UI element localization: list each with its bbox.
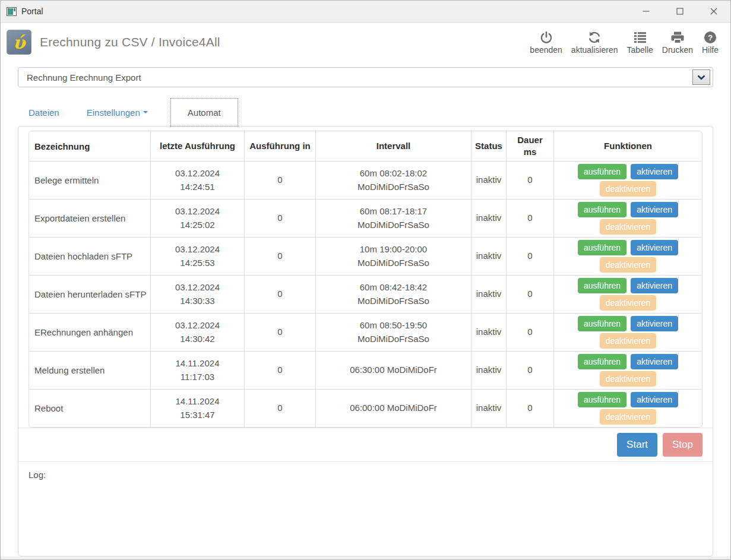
table-row: Exportdateien erstellen03.12.202414:25:0…: [29, 200, 702, 238]
close-icon: [710, 8, 717, 15]
maximize-icon: [676, 8, 683, 15]
column-header-status: Status: [471, 131, 507, 162]
ausfuehren-button[interactable]: ausführen: [578, 240, 626, 255]
app-window-icon: [7, 7, 17, 16]
minimize-button[interactable]: [629, 1, 663, 22]
ausfuehren-button[interactable]: ausführen: [578, 164, 626, 179]
cell-status: inaktiv: [471, 390, 507, 427]
cell-funktionen: ausführenaktivierendeaktivieren: [554, 276, 702, 314]
cell-ausfuehrung-in: 0: [245, 238, 316, 276]
window-controls: [629, 1, 730, 22]
cell-funktionen: ausführenaktivierendeaktivieren: [554, 390, 702, 427]
table-row: Dateien hochladen sFTP03.12.202414:25:53…: [29, 238, 702, 276]
column-header-intervall: Intervall: [316, 131, 471, 162]
window-bottom-edge: [1, 556, 730, 560]
automat-panel: Bezeichnung letzte Ausführung Ausführung…: [18, 126, 713, 556]
printer-icon: [670, 30, 685, 45]
cell-letzte-ausfuehrung: 03.12.202414:30:33: [151, 276, 245, 314]
cell-dauer-ms: 0: [507, 276, 554, 314]
column-header-ausfuehrung-in: Ausführung in: [245, 131, 316, 162]
app-window: Portal ύ Erechnung zu CSV / Invoice4All …: [0, 0, 731, 560]
log-section: Log:: [18, 461, 713, 556]
cell-letzte-ausfuehrung: 03.12.202414:25:02: [151, 200, 245, 238]
cell-intervall: 10m 19:00-20:00MoDiMiDoFrSaSo: [316, 238, 471, 276]
cell-status: inaktiv: [471, 162, 507, 200]
window-title: Portal: [21, 7, 43, 16]
cell-dauer-ms: 0: [507, 238, 554, 276]
cell-bezeichnung: Reboot: [29, 390, 151, 427]
stop-button[interactable]: Stop: [663, 433, 702, 457]
ausfuehren-button[interactable]: ausführen: [578, 354, 626, 369]
select-arrow-button[interactable]: [692, 69, 710, 85]
cell-status: inaktiv: [471, 200, 507, 238]
cell-bezeichnung: Meldung erstellen: [29, 352, 151, 390]
report-select[interactable]: Rechnung Erechnung Export: [18, 67, 713, 87]
log-label: Log:: [29, 470, 46, 480]
maximize-button[interactable]: [663, 1, 697, 22]
cell-dauer-ms: 0: [507, 390, 554, 427]
svg-text:?: ?: [708, 33, 713, 42]
deaktivieren-button[interactable]: deaktivieren: [600, 257, 657, 273]
deaktivieren-button[interactable]: deaktivieren: [600, 371, 657, 387]
tabelle-button[interactable]: Tabelle: [626, 30, 653, 55]
cell-dauer-ms: 0: [507, 352, 554, 390]
beenden-button[interactable]: beenden: [530, 30, 562, 55]
column-header-funktionen: Funktionen: [554, 131, 702, 162]
cell-ausfuehrung-in: 0: [245, 162, 316, 200]
table-row: Meldung erstellen14.11.202411:17:03006:3…: [29, 352, 702, 390]
drucken-button[interactable]: Drucken: [662, 30, 693, 55]
deaktivieren-button[interactable]: deaktivieren: [600, 409, 657, 425]
aktivieren-button[interactable]: aktivieren: [631, 354, 678, 369]
column-header-dauer-ms: Dauer ms: [507, 131, 554, 162]
help-icon: ?: [703, 30, 717, 45]
minimize-icon: [643, 8, 650, 15]
cell-dauer-ms: 0: [507, 200, 554, 238]
aktivieren-button[interactable]: aktivieren: [631, 240, 678, 255]
aktivieren-button[interactable]: aktivieren: [631, 392, 678, 407]
report-select-value: Rechnung Erechnung Export: [27, 72, 141, 83]
cell-intervall: 60m 08:17-18:17MoDiMiDoFrSaSo: [316, 200, 471, 238]
cell-funktionen: ausführenaktivierendeaktivieren: [554, 314, 702, 352]
cell-dauer-ms: 0: [507, 162, 554, 200]
ausfuehren-button[interactable]: ausführen: [578, 316, 626, 331]
tab-automat[interactable]: Automat: [170, 98, 238, 126]
deaktivieren-button[interactable]: deaktivieren: [600, 181, 657, 197]
tab-bar: Dateien Einstellungen Automat: [18, 98, 713, 126]
app-logo: ύ: [7, 30, 31, 55]
hilfe-button[interactable]: ? Hilfe: [702, 30, 719, 55]
ausfuehren-button[interactable]: ausführen: [578, 278, 626, 293]
aktivieren-button[interactable]: aktivieren: [631, 164, 678, 179]
aktivieren-button[interactable]: aktivieren: [631, 278, 678, 293]
cell-bezeichnung: Dateien hochladen sFTP: [29, 238, 151, 276]
cell-dauer-ms: 0: [507, 314, 554, 352]
cell-ausfuehrung-in: 0: [245, 276, 316, 314]
main-content: Rechnung Erechnung Export Dateien Einste…: [1, 62, 730, 556]
deaktivieren-button[interactable]: deaktivieren: [600, 295, 657, 311]
ausfuehren-button[interactable]: ausführen: [578, 202, 626, 217]
aktualisieren-button[interactable]: aktualisieren: [571, 30, 618, 55]
cell-letzte-ausfuehrung: 14.11.202411:17:03: [151, 352, 245, 390]
cell-ausfuehrung-in: 0: [245, 200, 316, 238]
cell-status: inaktiv: [471, 314, 507, 352]
tab-einstellungen[interactable]: Einstellungen: [87, 107, 148, 118]
deaktivieren-button[interactable]: deaktivieren: [600, 219, 657, 235]
titlebar: Portal: [1, 1, 730, 23]
automat-table: Bezeichnung letzte Ausführung Ausführung…: [29, 131, 702, 427]
cell-funktionen: ausführenaktivierendeaktivieren: [554, 162, 702, 200]
cell-bezeichnung: Belege ermitteln: [29, 162, 151, 200]
caret-down-icon: [143, 111, 148, 113]
cell-intervall: 06:30:00 MoDiMiDoFr: [316, 352, 471, 390]
automat-controls: Start Stop: [18, 428, 713, 461]
close-button[interactable]: [697, 1, 730, 22]
table-row: ERechnungen anhängen03.12.202414:30:4206…: [29, 314, 702, 352]
table-row: Belege ermitteln03.12.202414:24:51060m 0…: [29, 162, 702, 200]
aktivieren-button[interactable]: aktivieren: [631, 316, 678, 331]
ausfuehren-button[interactable]: ausführen: [578, 392, 626, 407]
cell-status: inaktiv: [471, 352, 507, 390]
deaktivieren-button[interactable]: deaktivieren: [600, 333, 657, 349]
start-button[interactable]: Start: [617, 433, 657, 457]
aktivieren-button[interactable]: aktivieren: [631, 202, 678, 217]
tab-dateien[interactable]: Dateien: [29, 107, 59, 118]
column-header-letzte-ausfuehrung: letzte Ausführung: [151, 131, 245, 162]
table-row: Dateien herunterladen sFTP03.12.202414:3…: [29, 276, 702, 314]
